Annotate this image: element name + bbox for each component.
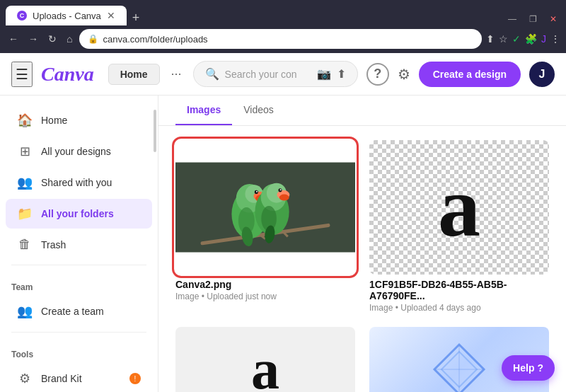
sidebar-item-all-folders[interactable]: 📁 All your folders	[6, 199, 152, 229]
search-icon: 🔍	[205, 67, 219, 81]
help-fab-icon: ?	[537, 362, 543, 374]
svg-point-17	[280, 189, 282, 190]
tools-section-label: Tools	[0, 338, 158, 362]
brand-kit-icon: ⚙	[17, 371, 33, 386]
sidebar-item-shared[interactable]: 👥 Shared with you	[6, 168, 152, 197]
brand-kit-badge: !	[129, 373, 141, 384]
active-tab[interactable]: C Uploads - Canva ✕	[6, 6, 127, 25]
refresh-button[interactable]: ↻	[45, 30, 59, 47]
app: ☰ Canva Home ··· 🔍 Search your con 📷 ⬆ ?…	[0, 53, 566, 392]
create-design-button[interactable]: Create a design	[419, 62, 521, 87]
content-tabs: Images Videos	[158, 96, 566, 126]
minimize-button[interactable]: —	[504, 13, 520, 25]
bottom-thumbnail-1: a	[175, 327, 355, 392]
share-button[interactable]: ⬆	[486, 33, 495, 45]
home-button[interactable]: Home	[108, 64, 160, 85]
extension-check-button[interactable]: ✓	[512, 33, 521, 45]
sidebar-item-label: Create a team	[41, 306, 104, 317]
parrot-image	[175, 140, 355, 275]
image-thumbnail-1[interactable]	[175, 140, 355, 275]
card-meta-2: Image • Uploaded 4 days ago	[369, 303, 549, 313]
bottom-card-1[interactable]: a	[175, 327, 355, 392]
sidebar-divider	[11, 265, 146, 265]
app-content: 🏠 Home ⊞ All your designs 👥 Shared with …	[0, 96, 566, 392]
image-thumbnail-2[interactable]: a	[369, 140, 549, 275]
menu-button[interactable]: ⋮	[550, 33, 560, 45]
navigation-bar: ← → ↻ ⌂ 🔒 canva.com/folder/uploads ⬆ ☆ ✓…	[0, 25, 566, 52]
extensions-button[interactable]: 🧩	[525, 33, 537, 45]
trash-icon: 🗑	[17, 237, 33, 252]
image-card-1[interactable]: Canva2.png Image • Uploaded just now	[175, 140, 355, 313]
star-button[interactable]: ☆	[499, 33, 508, 45]
people-icon: 👥	[17, 175, 33, 190]
main-area: Images Videos	[158, 96, 566, 392]
sidebar-scrollbar[interactable]	[154, 110, 156, 152]
settings-button[interactable]: ⚙	[398, 66, 410, 83]
address-bar[interactable]: 🔒 canva.com/folder/uploads	[79, 29, 482, 49]
diamond-svg	[431, 341, 487, 392]
image-grid: Canva2.png Image • Uploaded just now a 1…	[158, 126, 566, 327]
folder-icon: 📁	[17, 206, 33, 221]
card-filename-1: Canva2.png	[175, 279, 355, 290]
sidebar-item-label: Home	[41, 115, 67, 126]
tab-title: Uploads - Canva	[33, 11, 101, 21]
tab-favicon: C	[17, 11, 27, 21]
svg-point-15	[279, 195, 289, 201]
sidebar-item-label: All your designs	[41, 146, 111, 157]
help-fab-button[interactable]: Help ?	[502, 355, 555, 381]
sidebar-item-label: Shared with you	[41, 177, 112, 188]
back-button[interactable]: ←	[6, 30, 21, 47]
tab-bar: C Uploads - Canva ✕ + — ❐ ✕	[0, 0, 566, 25]
lock-icon: 🔒	[88, 34, 98, 44]
bottom-letter-display: a	[251, 338, 279, 393]
sidebar-item-brand-kit[interactable]: ⚙ Brand Kit !	[6, 364, 152, 392]
help-fab-label: Help	[513, 362, 534, 374]
sidebar-item-label: Trash	[41, 239, 66, 250]
user-avatar[interactable]: J	[529, 62, 555, 87]
sidebar-item-all-designs[interactable]: ⊞ All your designs	[6, 137, 152, 166]
address-text: canva.com/folder/uploads	[103, 34, 473, 45]
home-nav-button[interactable]: ⌂	[64, 30, 75, 47]
team-section-label: Team	[0, 271, 158, 295]
card-filename-2: 1CF91B5F-DB26-4B55-AB5B-A76790FE...	[369, 279, 549, 301]
letter-a-background: a	[369, 140, 549, 275]
image-card-2[interactable]: a 1CF91B5F-DB26-4B55-AB5B-A76790FE... Im…	[369, 140, 549, 313]
tab-close-button[interactable]: ✕	[107, 10, 115, 21]
profile-button[interactable]: J	[541, 33, 546, 45]
sidebar-item-label: All your folders	[41, 208, 114, 219]
browser-action-buttons: ⬆ ☆ ✓ 🧩 J ⋮	[486, 33, 560, 45]
help-circle-button[interactable]: ?	[366, 63, 389, 86]
tab-videos[interactable]: Videos	[232, 96, 285, 125]
svg-point-10	[256, 191, 258, 192]
search-action-icons: 📷 ⬆	[317, 67, 346, 81]
canva-logo[interactable]: Canva	[41, 63, 94, 86]
forward-button[interactable]: →	[25, 30, 41, 47]
letter-a-display: a	[438, 165, 480, 250]
grid-icon: ⊞	[17, 144, 33, 159]
camera-search-button[interactable]: 📷	[317, 67, 331, 81]
more-options-button[interactable]: ···	[168, 64, 185, 84]
search-placeholder: Search your con	[225, 69, 311, 80]
sidebar: 🏠 Home ⊞ All your designs 👥 Shared with …	[0, 96, 158, 392]
sidebar-item-label: Brand Kit	[41, 373, 82, 384]
create-team-icon: 👥	[17, 304, 33, 319]
hamburger-menu-button[interactable]: ☰	[11, 62, 33, 87]
tab-images[interactable]: Images	[175, 96, 232, 125]
sidebar-item-create-team[interactable]: 👥 Create a team	[6, 296, 152, 326]
app-navbar: ☰ Canva Home ··· 🔍 Search your con 📷 ⬆ ?…	[0, 53, 566, 96]
upload-search-button[interactable]: ⬆	[337, 67, 346, 81]
new-tab-button[interactable]: +	[127, 11, 146, 25]
app-action-buttons: ? ⚙ Create a design J	[366, 62, 555, 87]
close-button[interactable]: ✕	[546, 13, 560, 25]
card-meta-1: Image • Uploaded just now	[175, 292, 355, 301]
home-icon: 🏠	[17, 113, 33, 128]
sidebar-item-home[interactable]: 🏠 Home	[6, 105, 152, 135]
browser-chrome: C Uploads - Canva ✕ + — ❐ ✕ ← → ↻ ⌂ 🔒 ca…	[0, 0, 566, 53]
search-bar[interactable]: 🔍 Search your con 📷 ⬆	[193, 61, 358, 87]
maximize-button[interactable]: ❐	[526, 13, 541, 25]
sidebar-item-trash[interactable]: 🗑 Trash	[6, 230, 152, 259]
sidebar-divider-2	[11, 332, 146, 333]
